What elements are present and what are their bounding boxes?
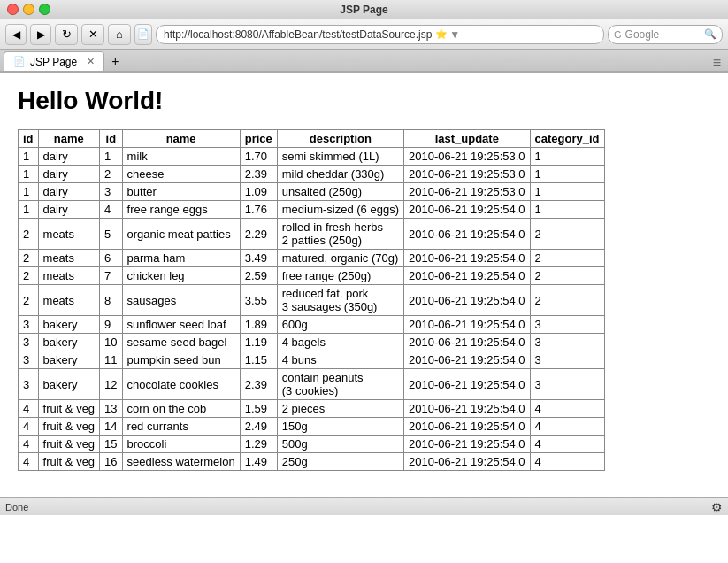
search-placeholder: Google [625,28,704,41]
cell-cat-name: bakery [38,369,100,400]
cell-category-id: 4 [530,400,604,418]
home-button[interactable]: ⌂ [108,24,131,45]
cell-prod-id: 12 [100,369,122,400]
cell-category-id: 1 [530,166,604,183]
cell-description: semi skimmed (1L) [277,148,403,166]
page-content: Hello World! id name id name price descr… [0,73,728,497]
cell-prod-name: butter [122,183,240,201]
cell-description: 250g [277,453,403,471]
table-row: 2meats8sausages3.55reduced fat, pork3 sa… [19,285,605,316]
cell-prod-id: 16 [100,453,122,471]
cell-description: 2 pieces [277,400,403,418]
cell-prod-id: 9 [100,316,122,334]
cell-category-id: 3 [530,351,604,369]
cell-prod-id: 7 [100,267,122,285]
active-tab[interactable]: 📄 JSP Page ✕ [4,51,104,71]
cell-price: 1.70 [240,148,277,166]
cell-cat-name: bakery [38,351,100,369]
cell-price: 1.15 [240,351,277,369]
cell-cat-id: 3 [19,351,39,369]
table-row: 1dairy1milk1.70semi skimmed (1L)2010-06-… [19,148,605,166]
cell-cat-name: bakery [38,316,100,334]
dropdown-icon[interactable]: ▼ [449,28,460,41]
tab-list-icon[interactable]: ≡ [713,55,721,71]
cell-cat-id: 1 [19,166,39,183]
cell-cat-name: fruit & veg [38,436,100,453]
cell-cat-id: 2 [19,285,39,316]
col-header-category-id: category_id [530,130,604,148]
cell-category-id: 4 [530,453,604,471]
url-text: http://localhost:8080/AffableBean/test/t… [164,28,432,41]
close-button[interactable] [7,4,19,15]
cell-price: 2.39 [240,166,277,183]
table-row: 3bakery11pumpkin seed bun1.154 buns2010-… [19,351,605,369]
cell-category-id: 1 [530,148,604,166]
table-row: 3bakery10sesame seed bagel1.194 bagels20… [19,334,605,351]
cell-last-update: 2010-06-21 19:25:54.0 [403,219,530,250]
search-icon[interactable]: 🔍 [704,28,717,40]
cell-description: mild cheddar (330g) [277,166,403,183]
cell-description: unsalted (250g) [277,183,403,201]
refresh-button[interactable]: ↻ [55,24,78,45]
cell-price: 1.59 [240,400,277,418]
cell-prod-name: free range eggs [122,201,240,219]
table-row: 4fruit & veg14red currants2.49150g2010-0… [19,418,605,436]
cell-description: medium-sized (6 eggs) [277,201,403,219]
cell-category-id: 2 [530,267,604,285]
cell-description: 500g [277,436,403,453]
cell-prod-id: 5 [100,219,122,250]
search-bar[interactable]: G Google 🔍 [608,25,723,44]
stop-button[interactable]: ✕ [81,24,104,45]
cell-cat-name: dairy [38,183,100,201]
cell-description: free range (250g) [277,267,403,285]
table-row: 2meats6parma ham3.49matured, organic (70… [19,250,605,267]
data-table: id name id name price description last_u… [18,129,605,471]
cell-prod-id: 10 [100,334,122,351]
cell-description: contain peanuts(3 cookies) [277,369,403,400]
col-header-prod-id: id [100,130,122,148]
cell-price: 3.49 [240,250,277,267]
tab-label: JSP Page [30,56,77,68]
cell-price: 1.49 [240,453,277,471]
back-button[interactable]: ◀ [5,24,27,45]
window-title: JSP Page [340,4,387,16]
table-row: 2meats5organic meat patties2.29rolled in… [19,219,605,250]
cell-prod-name: red currants [122,418,240,436]
cell-cat-id: 1 [19,183,39,201]
table-row: 4fruit & veg13corn on the cob1.592 piece… [19,400,605,418]
cell-prod-id: 14 [100,418,122,436]
cell-cat-name: meats [38,250,100,267]
cell-prod-name: chicken leg [122,267,240,285]
cell-cat-name: dairy [38,166,100,183]
cell-prod-name: parma ham [122,250,240,267]
window-controls [7,4,50,15]
cell-last-update: 2010-06-21 19:25:54.0 [403,418,530,436]
cell-prod-id: 6 [100,250,122,267]
minimize-button[interactable] [23,4,34,15]
status-icon: ⚙ [711,500,723,514]
tab-bar: 📄 JSP Page ✕ + ≡ [0,50,728,73]
forward-button[interactable]: ▶ [30,24,51,45]
cell-price: 1.29 [240,436,277,453]
table-row: 4fruit & veg15broccoli1.29500g2010-06-21… [19,436,605,453]
url-bar[interactable]: http://localhost:8080/AffableBean/test/t… [156,25,604,44]
cell-cat-id: 4 [19,400,39,418]
cell-description: reduced fat, pork3 sausages (350g) [277,285,403,316]
cell-category-id: 1 [530,201,604,219]
cell-category-id: 1 [530,183,604,201]
cell-prod-id: 8 [100,285,122,316]
page-icon: 📄 [134,24,152,45]
col-header-last-update: last_update [403,130,530,148]
cell-description: 4 buns [277,351,403,369]
cell-cat-name: meats [38,285,100,316]
cell-category-id: 4 [530,418,604,436]
cell-cat-name: meats [38,219,100,250]
table-row: 3bakery12chocolate cookies2.39contain pe… [19,369,605,400]
cell-price: 2.29 [240,219,277,250]
maximize-button[interactable] [39,4,50,15]
cell-last-update: 2010-06-21 19:25:53.0 [403,183,530,201]
tab-close-icon[interactable]: ✕ [87,56,95,67]
new-tab-button[interactable]: + [104,51,126,71]
title-bar: JSP Page [0,0,728,19]
cell-prod-name: seedless watermelon [122,453,240,471]
